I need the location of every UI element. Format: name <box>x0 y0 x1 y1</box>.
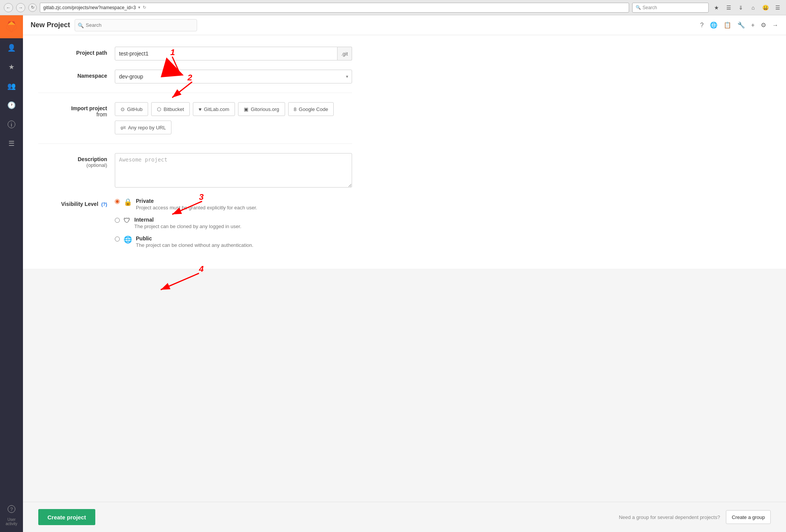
visibility-radio-private[interactable] <box>115 199 120 204</box>
form-divider-1 <box>38 93 352 93</box>
url-refresh-icon: ↻ <box>143 5 146 10</box>
visibility-private-title: Private <box>136 198 257 204</box>
visibility-options: 🔒 Private Project access must be granted… <box>115 198 352 248</box>
forward-button[interactable]: → <box>16 3 25 12</box>
import-row: Import project from ⊙ GitHub ⬡ <box>38 102 352 134</box>
sidebar-item-starred[interactable]: ★ <box>0 57 23 77</box>
home-icon[interactable]: ⌂ <box>748 3 758 12</box>
help-icon[interactable]: ? <box>700 22 704 29</box>
sidebar-item-groups[interactable]: 👥 <box>0 77 23 96</box>
gitorious-label: Gitorious.org <box>251 106 279 112</box>
menu-icon[interactable]: ☰ <box>773 3 782 12</box>
gitlab-label: GitLab.com <box>204 106 229 112</box>
create-group-button[interactable]: Create a group <box>726 510 771 524</box>
project-path-control: .git <box>115 47 352 60</box>
refresh-button[interactable]: ↻ <box>28 3 37 12</box>
description-textarea[interactable] <box>115 153 352 188</box>
content: Project path .git Namespace <box>23 35 786 269</box>
visibility-label-text: Visibility Level <box>61 201 98 207</box>
import-gitlab-button[interactable]: ♥ GitLab.com <box>193 102 235 116</box>
description-control <box>115 153 352 189</box>
description-row: Description (optional) <box>38 153 352 189</box>
visibility-internal-title: Internal <box>134 217 241 223</box>
form-divider-2 <box>38 144 352 144</box>
namespace-row: Namespace dev-group ▾ <box>38 70 352 83</box>
import-anyurl-button[interactable]: git Any repo by URL <box>115 121 171 134</box>
description-label-sub: (optional) <box>38 162 107 168</box>
bookmark-icon[interactable]: ★ <box>712 3 721 12</box>
visibility-radio-public[interactable] <box>115 237 120 242</box>
gitlab-heart-icon: ♥ <box>199 106 202 112</box>
project-path-suffix: .git <box>338 47 352 60</box>
svg-line-9 <box>161 273 199 290</box>
sidebar-item-help[interactable]: ? <box>0 503 23 515</box>
import-googlecode-button[interactable]: 8 Google Code <box>288 102 334 116</box>
visibility-radio-internal[interactable] <box>115 218 120 223</box>
footer-bar: Create project Need a group for several … <box>23 502 786 532</box>
visibility-private-text: Private Project access must be granted e… <box>136 198 257 211</box>
visibility-option-public: 🌐 Public The project can be cloned witho… <box>115 235 352 248</box>
reader-icon[interactable]: ☰ <box>724 3 733 12</box>
import-control: ⊙ GitHub ⬡ Bitbucket ♥ GitLab.com <box>115 102 352 134</box>
browser-search-bar[interactable]: 🔍 Search <box>632 3 709 13</box>
project-path-row: Project path .git <box>38 47 352 60</box>
visibility-private-desc: Project access must be granted explicitl… <box>136 205 257 211</box>
clipboard-icon[interactable]: 📋 <box>724 21 731 29</box>
person-icon[interactable]: 😀 <box>761 3 770 12</box>
sidebar-item-activity[interactable]: 🕐 <box>0 96 23 115</box>
visibility-public-text: Public The project can be cloned without… <box>136 235 253 248</box>
url-bar[interactable]: gitlab.zjc.com/projects/new?namespace_id… <box>40 3 629 13</box>
lock-icon: 🔒 <box>124 198 132 206</box>
namespace-label: Namespace <box>38 70 115 79</box>
sidebar-item-user: User activity <box>0 515 23 528</box>
settings-icon[interactable]: ⚙ <box>761 21 766 29</box>
googlecode-label: Google Code <box>299 106 328 112</box>
create-project-button[interactable]: Create project <box>38 509 95 525</box>
content-wrapper: 1 2 3 4 <box>23 35 786 502</box>
bitbucket-icon: ⬡ <box>157 106 161 112</box>
url-text: gitlab.zjc.com/projects/new?namespace_id… <box>43 5 136 10</box>
back-button[interactable]: ← <box>4 3 13 12</box>
visibility-row: Visibility Level (?) 🔒 Private <box>38 198 352 248</box>
search-input[interactable] <box>75 19 197 31</box>
project-path-input-group: .git <box>115 47 352 60</box>
visibility-internal-desc: The project can be cloned by any logged … <box>134 224 241 229</box>
import-buttons: ⊙ GitHub ⬡ Bitbucket ♥ GitLab.com <box>115 102 352 134</box>
wrench-icon[interactable]: 🔧 <box>737 21 745 29</box>
bitbucket-label: Bitbucket <box>163 106 184 112</box>
import-label-sub: from <box>96 111 107 117</box>
app-layout: 👤 ★ 👥 🕐 i ☰ ? User activity <box>0 15 786 532</box>
description-label: Description (optional) <box>38 153 115 168</box>
import-label-main: Import project <box>71 105 107 111</box>
project-path-input[interactable] <box>115 47 338 60</box>
anyurl-label: Any repo by URL <box>128 125 166 131</box>
github-label: GitHub <box>127 106 142 112</box>
import-gitorious-button[interactable]: ▣ Gitorious.org <box>238 102 285 116</box>
list-icon: ☰ <box>8 139 15 148</box>
namespace-select[interactable]: dev-group <box>115 70 352 83</box>
sidebar-logo[interactable] <box>0 15 23 38</box>
top-bar-icons: ? 🌐 📋 🔧 + ⚙ → <box>700 21 778 29</box>
visibility-option-private: 🔒 Private Project access must be granted… <box>115 198 352 211</box>
page-title: New Project <box>31 21 70 29</box>
search-icon: 🔍 <box>78 22 84 28</box>
plus-icon[interactable]: + <box>751 22 755 29</box>
import-bitbucket-button[interactable]: ⬡ Bitbucket <box>151 102 189 116</box>
git-icon: git <box>121 125 126 130</box>
sidebar-item-list[interactable]: ☰ <box>0 134 23 153</box>
visibility-internal-text: Internal The project can be cloned by an… <box>134 217 241 229</box>
import-label: Import project from <box>38 102 115 117</box>
download-icon[interactable]: ⇓ <box>736 3 745 12</box>
visibility-public-desc: The project can be cloned without any au… <box>136 242 253 248</box>
signout-icon[interactable]: → <box>772 22 778 29</box>
globe-icon[interactable]: 🌐 <box>710 21 718 29</box>
visibility-help-link[interactable]: (?) <box>101 202 107 207</box>
search-wrap[interactable]: 🔍 <box>75 19 197 31</box>
sidebar-item-profile[interactable]: 👤 <box>0 38 23 57</box>
import-github-button[interactable]: ⊙ GitHub <box>115 102 148 116</box>
url-dropdown-icon: ▾ <box>138 5 140 10</box>
googlecode-icon: 8 <box>294 106 297 112</box>
sidebar-item-info[interactable]: i <box>0 115 23 134</box>
github-icon: ⊙ <box>121 106 125 112</box>
footer-note: Need a group for several dependent proje… <box>619 510 771 524</box>
